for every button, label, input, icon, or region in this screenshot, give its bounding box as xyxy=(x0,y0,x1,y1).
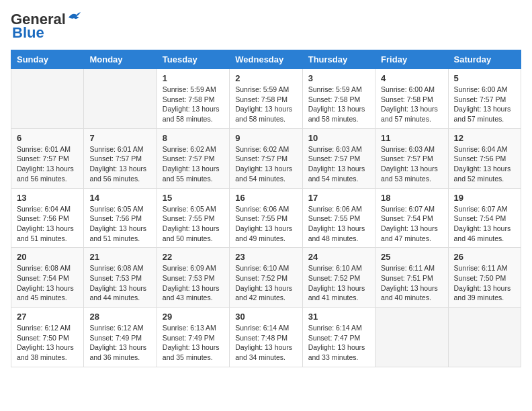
day-info: Sunrise: 6:07 AM Sunset: 7:54 PM Dayligh… xyxy=(454,204,515,244)
weekday-header: Thursday xyxy=(302,50,375,69)
day-info: Sunrise: 6:14 AM Sunset: 7:47 PM Dayligh… xyxy=(308,323,369,363)
calendar-cell xyxy=(11,69,84,129)
calendar-cell: 24 Sunrise: 6:10 AM Sunset: 7:52 PM Dayl… xyxy=(302,248,375,308)
sunrise-text: Sunrise: 6:08 AM xyxy=(17,264,71,272)
day-number: 16 xyxy=(235,193,296,203)
day-number: 17 xyxy=(308,193,369,203)
daylight-text: Daylight: 13 hours and 51 minutes. xyxy=(17,224,74,242)
daylight-text: Daylight: 13 hours and 50 minutes. xyxy=(163,224,220,242)
day-number: 7 xyxy=(89,133,150,143)
day-info: Sunrise: 6:00 AM Sunset: 7:58 PM Dayligh… xyxy=(381,85,442,124)
calendar-cell: 2 Sunrise: 5:59 AM Sunset: 7:58 PM Dayli… xyxy=(230,69,302,129)
calendar-cell: 28 Sunrise: 6:12 AM Sunset: 7:49 PM Dayl… xyxy=(84,308,157,367)
calendar-week-row: 20 Sunrise: 6:08 AM Sunset: 7:54 PM Dayl… xyxy=(11,248,521,308)
day-number: 31 xyxy=(308,312,369,322)
calendar-cell: 10 Sunrise: 6:03 AM Sunset: 7:57 PM Dayl… xyxy=(302,128,375,188)
day-number: 1 xyxy=(163,73,224,83)
calendar-cell: 9 Sunrise: 6:02 AM Sunset: 7:57 PM Dayli… xyxy=(230,128,302,188)
calendar-cell: 6 Sunrise: 6:01 AM Sunset: 7:57 PM Dayli… xyxy=(11,128,84,188)
sunset-text: Sunset: 7:57 PM xyxy=(235,154,287,163)
day-info: Sunrise: 6:00 AM Sunset: 7:57 PM Dayligh… xyxy=(454,85,515,124)
daylight-text: Daylight: 13 hours and 40 minutes. xyxy=(381,284,438,302)
sunset-text: Sunset: 7:58 PM xyxy=(308,95,361,103)
sunset-text: Sunset: 7:49 PM xyxy=(89,334,142,342)
sunset-text: Sunset: 7:57 PM xyxy=(89,154,142,163)
sunset-text: Sunset: 7:49 PM xyxy=(163,334,215,342)
day-info: Sunrise: 5:59 AM Sunset: 7:58 PM Dayligh… xyxy=(308,85,369,124)
day-number: 21 xyxy=(89,252,150,262)
sunrise-text: Sunrise: 6:01 AM xyxy=(89,145,143,153)
sunrise-text: Sunrise: 6:08 AM xyxy=(89,264,143,272)
sunset-text: Sunset: 7:53 PM xyxy=(163,274,215,282)
day-number: 24 xyxy=(308,252,369,262)
logo-blue: Blue xyxy=(12,24,44,42)
sunset-text: Sunset: 7:57 PM xyxy=(17,154,69,163)
sunrise-text: Sunrise: 6:13 AM xyxy=(163,324,216,332)
sunrise-text: Sunrise: 6:14 AM xyxy=(308,324,362,332)
day-number: 28 xyxy=(89,312,150,322)
sunset-text: Sunset: 7:51 PM xyxy=(381,274,433,282)
weekday-header-row: SundayMondayTuesdayWednesdayThursdayFrid… xyxy=(11,50,521,69)
daylight-text: Daylight: 13 hours and 51 minutes. xyxy=(89,224,146,242)
day-number: 22 xyxy=(163,252,224,262)
calendar-cell: 20 Sunrise: 6:08 AM Sunset: 7:54 PM Dayl… xyxy=(11,248,84,308)
calendar-cell: 16 Sunrise: 6:06 AM Sunset: 7:55 PM Dayl… xyxy=(230,188,302,248)
daylight-text: Daylight: 13 hours and 38 minutes. xyxy=(17,343,74,361)
sunset-text: Sunset: 7:54 PM xyxy=(17,274,69,282)
day-info: Sunrise: 6:12 AM Sunset: 7:50 PM Dayligh… xyxy=(17,323,78,363)
day-info: Sunrise: 6:02 AM Sunset: 7:57 PM Dayligh… xyxy=(163,144,224,184)
sunset-text: Sunset: 7:47 PM xyxy=(308,334,361,342)
weekday-header: Sunday xyxy=(11,50,84,69)
sunrise-text: Sunrise: 6:01 AM xyxy=(17,145,71,153)
sunrise-text: Sunrise: 6:07 AM xyxy=(381,205,435,213)
sunrise-text: Sunrise: 6:05 AM xyxy=(89,205,143,213)
daylight-text: Daylight: 13 hours and 36 minutes. xyxy=(89,343,146,361)
sunrise-text: Sunrise: 6:11 AM xyxy=(381,264,435,272)
day-info: Sunrise: 5:59 AM Sunset: 7:58 PM Dayligh… xyxy=(163,85,224,124)
sunrise-text: Sunrise: 6:05 AM xyxy=(163,205,216,213)
daylight-text: Daylight: 13 hours and 47 minutes. xyxy=(381,224,438,242)
daylight-text: Daylight: 13 hours and 33 minutes. xyxy=(308,343,365,361)
sunset-text: Sunset: 7:50 PM xyxy=(17,334,69,342)
calendar-cell: 26 Sunrise: 6:11 AM Sunset: 7:50 PM Dayl… xyxy=(448,248,521,308)
sunrise-text: Sunrise: 6:12 AM xyxy=(89,324,143,332)
calendar-week-row: 6 Sunrise: 6:01 AM Sunset: 7:57 PM Dayli… xyxy=(11,128,521,188)
sunrise-text: Sunrise: 6:00 AM xyxy=(381,85,435,93)
weekday-header: Saturday xyxy=(448,50,521,69)
daylight-text: Daylight: 13 hours and 46 minutes. xyxy=(454,224,511,242)
day-info: Sunrise: 6:10 AM Sunset: 7:52 PM Dayligh… xyxy=(308,263,369,303)
sunset-text: Sunset: 7:50 PM xyxy=(454,274,506,282)
daylight-text: Daylight: 13 hours and 52 minutes. xyxy=(454,165,511,183)
day-number: 15 xyxy=(163,193,224,203)
day-info: Sunrise: 6:12 AM Sunset: 7:49 PM Dayligh… xyxy=(89,323,150,363)
day-info: Sunrise: 6:06 AM Sunset: 7:55 PM Dayligh… xyxy=(235,204,296,244)
daylight-text: Daylight: 13 hours and 54 minutes. xyxy=(235,165,292,183)
day-info: Sunrise: 6:14 AM Sunset: 7:48 PM Dayligh… xyxy=(235,323,296,363)
day-info: Sunrise: 6:11 AM Sunset: 7:51 PM Dayligh… xyxy=(381,263,442,303)
daylight-text: Daylight: 13 hours and 58 minutes. xyxy=(235,105,292,123)
day-info: Sunrise: 6:07 AM Sunset: 7:54 PM Dayligh… xyxy=(381,204,442,244)
calendar-cell: 27 Sunrise: 6:12 AM Sunset: 7:50 PM Dayl… xyxy=(11,308,84,367)
calendar-week-row: 27 Sunrise: 6:12 AM Sunset: 7:50 PM Dayl… xyxy=(11,308,521,367)
day-info: Sunrise: 6:01 AM Sunset: 7:57 PM Dayligh… xyxy=(89,144,150,184)
day-number: 23 xyxy=(235,252,296,262)
sunrise-text: Sunrise: 6:07 AM xyxy=(454,205,508,213)
daylight-text: Daylight: 13 hours and 57 minutes. xyxy=(381,105,438,123)
daylight-text: Daylight: 13 hours and 43 minutes. xyxy=(163,284,220,302)
day-number: 5 xyxy=(454,73,515,83)
weekday-header: Tuesday xyxy=(157,50,229,69)
sunrise-text: Sunrise: 6:11 AM xyxy=(454,264,508,272)
logo-bird-icon xyxy=(67,11,82,23)
daylight-text: Daylight: 13 hours and 56 minutes. xyxy=(89,165,146,183)
sunset-text: Sunset: 7:56 PM xyxy=(89,214,142,222)
day-number: 4 xyxy=(381,73,442,83)
sunset-text: Sunset: 7:55 PM xyxy=(235,214,287,222)
day-number: 20 xyxy=(17,252,78,262)
sunset-text: Sunset: 7:57 PM xyxy=(163,154,215,163)
page-header: General Blue xyxy=(11,11,521,42)
sunrise-text: Sunrise: 6:10 AM xyxy=(308,264,362,272)
day-number: 10 xyxy=(308,133,369,143)
sunrise-text: Sunrise: 6:00 AM xyxy=(454,85,508,93)
calendar-cell xyxy=(375,308,448,367)
daylight-text: Daylight: 13 hours and 44 minutes. xyxy=(89,284,146,302)
